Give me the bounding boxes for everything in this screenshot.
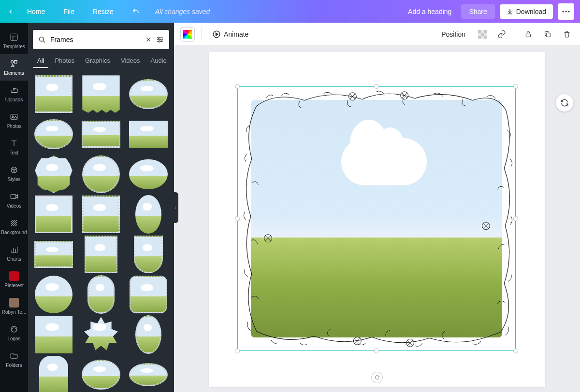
animate-label: Animate xyxy=(224,30,248,38)
svg-rect-22 xyxy=(478,30,481,33)
rail-videos[interactable]: Videos xyxy=(0,187,28,213)
uploads-icon xyxy=(0,85,28,95)
frame-thumb[interactable] xyxy=(33,274,74,315)
rail-folders[interactable]: Folders xyxy=(0,346,28,373)
clear-search-button[interactable] xyxy=(145,36,152,43)
svg-point-16 xyxy=(158,37,160,39)
frame-thumb[interactable] xyxy=(128,113,169,155)
photos-icon xyxy=(0,112,28,122)
download-label: Download xyxy=(516,8,546,15)
frame-thumb[interactable] xyxy=(33,354,74,392)
animate-button[interactable]: Animate xyxy=(208,28,252,41)
top-bar: Home File Resize All changes saved Add a… xyxy=(0,0,580,23)
tab-graphics[interactable]: Graphics xyxy=(81,54,115,68)
undo-button[interactable] xyxy=(125,5,146,18)
add-heading-button[interactable]: Add a heading xyxy=(403,5,456,18)
svg-point-8 xyxy=(11,167,17,173)
download-button[interactable]: Download xyxy=(500,4,553,19)
rail-templates[interactable]: Templates xyxy=(0,28,28,54)
design-page[interactable] xyxy=(209,52,545,387)
rail-logos-label: Logos xyxy=(0,336,28,341)
canvas-viewport[interactable] xyxy=(174,46,580,392)
rail-elements[interactable]: Elements xyxy=(0,54,28,81)
frame-thumb[interactable] xyxy=(128,73,169,115)
frame-thumb[interactable] xyxy=(128,154,169,195)
rail-charts-label: Charts xyxy=(0,256,28,262)
canvas-area: Animate Position xyxy=(174,23,580,392)
frame-thumb[interactable] xyxy=(80,234,122,275)
templates-icon xyxy=(0,32,28,42)
left-rail: Templates Elements Uploads Photos Text S… xyxy=(0,23,28,392)
frame-thumb[interactable] xyxy=(128,274,169,315)
resize-menu[interactable]: Resize xyxy=(86,5,120,18)
rail-robyn-label: Robyn Te... xyxy=(0,309,28,315)
back-button[interactable] xyxy=(6,8,15,15)
rail-folders-label: Folders xyxy=(0,363,28,368)
divider xyxy=(201,28,202,41)
resize-handle-mr[interactable] xyxy=(513,216,518,221)
frame-thumb[interactable] xyxy=(80,274,122,315)
frame-thumb[interactable] xyxy=(128,234,169,275)
frame-thumb[interactable] xyxy=(128,354,169,392)
rail-uploads[interactable]: Uploads xyxy=(0,81,28,107)
delete-button[interactable] xyxy=(561,28,573,41)
frame-thumb[interactable] xyxy=(80,113,122,155)
frame-thumb[interactable] xyxy=(33,234,74,275)
frame-thumb[interactable] xyxy=(33,154,74,195)
svg-rect-5 xyxy=(14,61,17,63)
videos-icon xyxy=(0,192,28,201)
rail-pinterest[interactable]: Pinterest xyxy=(0,266,28,293)
rail-photos-label: Photos xyxy=(0,124,28,129)
tab-all[interactable]: All xyxy=(33,54,48,68)
duplicate-icon xyxy=(544,30,551,38)
share-button[interactable]: Share xyxy=(461,4,494,19)
tab-videos[interactable]: Videos xyxy=(116,54,145,68)
svg-marker-20 xyxy=(216,33,218,36)
svg-point-18 xyxy=(159,41,160,42)
resize-handle-br[interactable] xyxy=(513,349,518,353)
more-button[interactable] xyxy=(558,3,574,20)
resize-handle-tl[interactable] xyxy=(235,84,240,89)
tab-audio[interactable]: Audio xyxy=(146,54,171,68)
search-input[interactable] xyxy=(50,36,141,43)
frame-thumb[interactable] xyxy=(80,194,122,235)
rail-background[interactable]: Background xyxy=(0,213,28,240)
resize-handle-bl[interactable] xyxy=(235,349,240,353)
rail-text[interactable]: Text xyxy=(0,134,28,160)
frame-thumb[interactable] xyxy=(80,73,122,115)
tab-photos[interactable]: Photos xyxy=(50,54,78,68)
frame-thumb[interactable] xyxy=(128,314,169,355)
frame-thumb[interactable] xyxy=(80,354,122,392)
frame-thumb[interactable] xyxy=(33,113,74,155)
frame-thumb[interactable] xyxy=(80,154,122,195)
resize-handle-ml[interactable] xyxy=(235,216,240,221)
svg-point-10 xyxy=(14,169,15,170)
transparency-button[interactable] xyxy=(476,28,489,41)
link-button[interactable] xyxy=(495,28,508,41)
duplicate-button[interactable] xyxy=(541,28,554,41)
sync-button[interactable] xyxy=(371,372,383,383)
file-menu[interactable]: File xyxy=(57,5,81,18)
transparency-icon xyxy=(478,30,487,39)
position-button[interactable]: Position xyxy=(437,28,469,40)
frame-thumb[interactable] xyxy=(80,314,122,355)
regenerate-button[interactable] xyxy=(556,94,573,112)
link-icon xyxy=(497,30,506,39)
color-picker-button[interactable] xyxy=(181,28,194,41)
rail-logos[interactable]: Logos xyxy=(0,320,28,346)
frame-thumb[interactable] xyxy=(33,314,74,355)
frame-thumb[interactable] xyxy=(33,194,74,235)
rail-charts[interactable]: Charts xyxy=(0,240,28,266)
resize-handle-tm[interactable] xyxy=(374,84,379,89)
rail-photos[interactable]: Photos xyxy=(0,107,28,134)
lock-button[interactable] xyxy=(522,28,535,41)
frame-thumb[interactable] xyxy=(33,73,74,115)
rail-robyn[interactable]: Robyn Te... xyxy=(0,293,28,320)
rail-styles[interactable]: Styles xyxy=(0,160,28,187)
frame-thumb[interactable] xyxy=(128,194,169,235)
resize-handle-tr[interactable] xyxy=(513,84,518,89)
resize-handle-bm[interactable] xyxy=(374,349,379,353)
filter-button[interactable] xyxy=(156,35,164,44)
home-menu[interactable]: Home xyxy=(20,5,52,18)
selected-element[interactable] xyxy=(237,86,516,351)
